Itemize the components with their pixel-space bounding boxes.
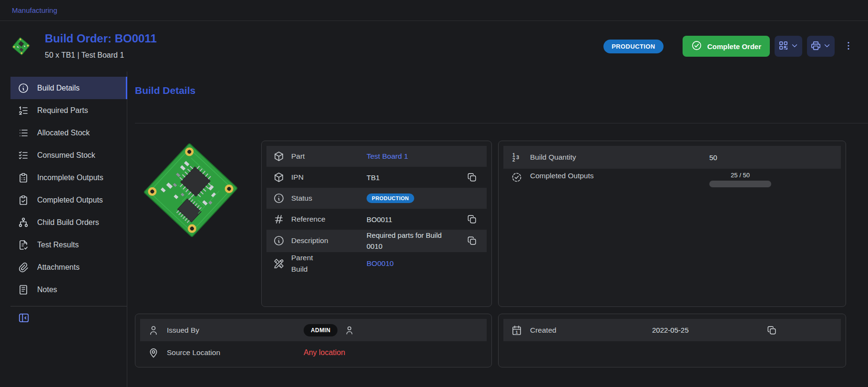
owner-badge: ADMIN	[304, 324, 337, 336]
circle-check-icon	[691, 40, 702, 52]
field-value: 2022-05-25	[652, 326, 766, 334]
file-check-icon	[18, 239, 29, 251]
sidebar-item-label: Allocated Stock	[37, 129, 90, 137]
sidebar-collapse-button[interactable]	[10, 311, 36, 326]
sidebar-item-incomplete-outputs[interactable]: Incomplete Outputs	[10, 166, 127, 189]
main-content: Build Details	[127, 71, 868, 387]
field-value: TB1	[367, 173, 467, 182]
page-header: Build Order: BO0011 50 x TB1 | Test Boar…	[0, 21, 868, 71]
sidebar-item-notes[interactable]: Notes	[10, 278, 127, 301]
sidebar-item-allocated-stock[interactable]: Allocated Stock	[10, 122, 127, 144]
tools-icon	[266, 258, 291, 269]
dots-vertical-icon	[843, 45, 854, 52]
issued-row-issued-by: Issued ByADMIN	[140, 319, 487, 341]
sitemap-icon	[18, 217, 29, 228]
clipboard-list-icon	[18, 172, 29, 183]
sidebar-item-label: Test Results	[37, 241, 79, 249]
chevron-down-icon	[823, 41, 831, 51]
sidebar-item-test-results[interactable]: Test Results	[10, 234, 127, 256]
sidebar-item-label: Notes	[37, 285, 57, 294]
detail-row-description: DescriptionRequired parts for Build 0010	[266, 230, 487, 252]
sidebar-item-label: Consumed Stock	[37, 151, 95, 160]
created-row-created: 1Created2022-05-25	[503, 319, 841, 341]
copy-button[interactable]	[467, 214, 477, 224]
box-icon	[266, 151, 291, 162]
clock-check-icon	[503, 172, 530, 183]
field-value: ADMIN	[304, 324, 487, 336]
field-value: 50	[709, 153, 841, 162]
part-image[interactable]	[135, 141, 261, 307]
page-subtitle: 50 x TB1 | Test Board 1	[45, 51, 157, 60]
sidebar-item-child-build-orders[interactable]: Child Build Orders	[10, 211, 127, 234]
copy-button[interactable]	[467, 172, 477, 183]
printer-icon	[810, 40, 821, 52]
notes-icon	[18, 284, 29, 295]
part-thumbnail[interactable]	[10, 34, 31, 58]
sidebar-divider	[10, 306, 127, 306]
status-badge: PRODUCTION	[603, 40, 663, 53]
value-link[interactable]: BO0010	[367, 259, 394, 267]
info-circle-icon	[266, 193, 291, 204]
sidebar: Build DetailsRequired PartsAllocated Sto…	[10, 71, 127, 387]
sidebar-item-required-parts[interactable]: Required Parts	[10, 99, 127, 122]
field-label: Issued By	[167, 326, 304, 335]
user-icon	[344, 326, 355, 334]
field-value: Any location	[304, 348, 487, 357]
sidebar-item-consumed-stock[interactable]: Consumed Stock	[10, 144, 127, 166]
print-actions-button[interactable]	[807, 36, 835, 57]
field-value: BO0010	[367, 259, 467, 268]
build-details-table: PartTest Board 1IPNTB1StatusPRODUCTIONRe…	[261, 141, 492, 307]
chevron-down-icon	[790, 41, 799, 51]
field-label: Source Location	[167, 348, 304, 357]
breadcrumb-link-manufacturing[interactable]: Manufacturing	[12, 6, 57, 14]
complete-order-button[interactable]: Complete Order	[683, 36, 770, 57]
stat-row-build-quantity: 123Build Quantity50	[503, 146, 841, 169]
field-value: 25 / 50	[709, 172, 841, 187]
description-value: Required parts for Build 0010	[367, 230, 444, 252]
field-label: Description	[291, 236, 367, 245]
detail-row-reference: ReferenceBO0011	[266, 209, 487, 230]
qrcode-icon	[778, 40, 789, 52]
field-value: Required parts for Build 0010	[367, 230, 467, 252]
sidebar-item-label: Completed Outputs	[37, 196, 103, 204]
field-label: Created	[530, 326, 652, 335]
field-value: PRODUCTION	[367, 194, 467, 203]
copy-button[interactable]	[766, 325, 777, 336]
overflow-menu-button[interactable]	[841, 39, 856, 54]
field-label: Build Quantity	[530, 153, 709, 162]
field-label: Completed Outputs	[530, 172, 709, 180]
info-circle-icon	[18, 82, 29, 94]
box-icon	[266, 172, 291, 183]
field-label: Reference	[291, 215, 367, 224]
list-numbers-icon	[18, 105, 29, 116]
info-circle-icon	[266, 235, 291, 246]
warning-value: Any location	[304, 348, 345, 356]
numbers-123-icon: 123	[503, 152, 530, 163]
issued-table: Issued ByADMINSource LocationAny locatio…	[135, 314, 492, 367]
sidebar-item-attachments[interactable]: Attachments	[10, 256, 127, 278]
user-icon	[140, 325, 167, 336]
value-link[interactable]: Test Board 1	[367, 152, 408, 160]
field-value: BO0011	[367, 215, 467, 224]
sidebar-item-build-details[interactable]: Build Details	[10, 77, 127, 99]
qr-actions-button[interactable]	[775, 36, 802, 57]
copy-button[interactable]	[467, 235, 477, 246]
svg-text:2: 2	[512, 157, 515, 163]
build-stats-table: 123Build Quantity50Completed Outputs25 /…	[498, 141, 846, 307]
status-badge: PRODUCTION	[367, 194, 414, 203]
clipboard-check-icon	[18, 194, 29, 206]
sidebar-collapse-icon	[18, 318, 30, 326]
paperclip-icon	[18, 262, 29, 273]
progress-bar: 25 / 50	[709, 172, 771, 187]
detail-row-parent-build: Parent BuildBO0010	[266, 252, 487, 275]
sidebar-item-label: Incomplete Outputs	[37, 173, 103, 182]
field-label: Part	[291, 152, 367, 161]
page-title: Build Order: BO0011	[45, 33, 157, 44]
svg-text:1: 1	[516, 330, 518, 335]
sidebar-item-label: Required Parts	[37, 106, 88, 115]
detail-row-ipn: IPNTB1	[266, 167, 487, 188]
hash-icon	[266, 214, 291, 225]
sidebar-item-completed-outputs[interactable]: Completed Outputs	[10, 189, 127, 211]
progress-label: 25 / 50	[709, 172, 771, 179]
sidebar-item-label: Build Details	[37, 84, 80, 92]
